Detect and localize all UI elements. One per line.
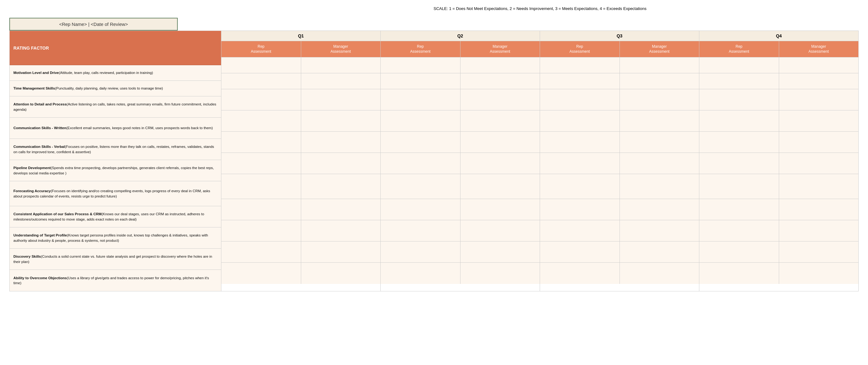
q2-manager-cell-11[interactable]	[461, 263, 540, 284]
quarter-block-q4: Q4 RepAssessment ManagerAssessment	[699, 31, 859, 292]
q3-manager-cell-2[interactable]	[620, 73, 699, 89]
q1-rep-cell-1[interactable]	[221, 57, 301, 73]
q4-manager-cell-11[interactable]	[779, 263, 859, 284]
q1-rep-cell-9[interactable]	[221, 220, 301, 241]
q1-manager-cell-7[interactable]	[301, 174, 381, 199]
q1-manager-cell-11[interactable]	[301, 263, 381, 284]
q4-manager-cell-3[interactable]	[779, 89, 859, 110]
q3-rep-cell-9[interactable]	[540, 220, 620, 241]
q2-manager-cell-7[interactable]	[461, 174, 540, 199]
q4-rep-cell-5[interactable]	[699, 132, 779, 153]
q1-rep-cell-6[interactable]	[221, 153, 301, 174]
q1-manager-cell-4[interactable]	[301, 111, 381, 131]
q4-rep-cell-4[interactable]	[699, 111, 779, 131]
q2-manager-cell-9[interactable]	[461, 220, 540, 241]
q4-manager-cell-2[interactable]	[779, 73, 859, 89]
q3-manager-cell-10[interactable]	[620, 241, 699, 262]
q2-rep-cell-9[interactable]	[381, 220, 461, 241]
q3-manager-cell-9[interactable]	[620, 220, 699, 241]
q2-manager-cell-1[interactable]	[461, 57, 540, 73]
q4-manager-cell-6[interactable]	[779, 153, 859, 174]
q4-rep-cell-11[interactable]	[699, 263, 779, 284]
q3-rep-cell-7[interactable]	[540, 174, 620, 199]
q3-data-row-11	[540, 263, 699, 284]
q4-rep-cell-7[interactable]	[699, 174, 779, 199]
q4-rep-cell-1[interactable]	[699, 57, 779, 73]
q1-manager-cell-10[interactable]	[301, 241, 381, 262]
q2-rep-cell-10[interactable]	[381, 241, 461, 262]
q1-manager-cell-1[interactable]	[301, 57, 381, 73]
q1-manager-cell-9[interactable]	[301, 220, 381, 241]
q2-rep-cell-6[interactable]	[381, 153, 461, 174]
q4-sub-headers: RepAssessment ManagerAssessment	[699, 41, 858, 57]
q4-manager-cell-7[interactable]	[779, 174, 859, 199]
q1-manager-cell-3[interactable]	[301, 89, 381, 110]
q3-data-row-10	[540, 241, 699, 263]
q2-rep-cell-1[interactable]	[381, 57, 461, 73]
q3-manager-cell-1[interactable]	[620, 57, 699, 73]
q3-rep-cell-10[interactable]	[540, 241, 620, 262]
q2-manager-cell-6[interactable]	[461, 153, 540, 174]
q1-data-row-6	[221, 153, 380, 174]
rep-name-box[interactable]: <Rep Name> | <Date of Review>	[9, 18, 178, 31]
q4-manager-cell-9[interactable]	[779, 220, 859, 241]
q1-data-row-1	[221, 57, 380, 73]
q2-manager-cell-10[interactable]	[461, 241, 540, 262]
q1-rep-cell-11[interactable]	[221, 263, 301, 284]
q1-rep-cell-2[interactable]	[221, 73, 301, 89]
q4-manager-cell-1[interactable]	[779, 57, 859, 73]
q3-data-row-7	[540, 174, 699, 199]
q4-manager-cell-4[interactable]	[779, 111, 859, 131]
q3-rep-cell-6[interactable]	[540, 153, 620, 174]
q4-rep-cell-10[interactable]	[699, 241, 779, 262]
q3-manager-cell-4[interactable]	[620, 111, 699, 131]
q3-rep-cell-5[interactable]	[540, 132, 620, 153]
q2-manager-cell-5[interactable]	[461, 132, 540, 153]
q2-manager-cell-8[interactable]	[461, 199, 540, 220]
q2-manager-cell-2[interactable]	[461, 73, 540, 89]
rating-row-text-8: Consistent Application of our Sales Proc…	[13, 212, 217, 221]
q1-rep-cell-8[interactable]	[221, 199, 301, 220]
q2-manager-cell-4[interactable]	[461, 111, 540, 131]
q4-rep-cell-9[interactable]	[699, 220, 779, 241]
q2-rep-cell-2[interactable]	[381, 73, 461, 89]
q1-rep-cell-5[interactable]	[221, 132, 301, 153]
q4-manager-cell-10[interactable]	[779, 241, 859, 262]
q3-rep-cell-8[interactable]	[540, 199, 620, 220]
q1-rep-cell-3[interactable]	[221, 89, 301, 110]
q4-manager-cell-5[interactable]	[779, 132, 859, 153]
q1-rep-cell-4[interactable]	[221, 111, 301, 131]
q3-rep-cell-1[interactable]	[540, 57, 620, 73]
q4-data-row-4	[699, 111, 858, 132]
q3-manager-cell-5[interactable]	[620, 132, 699, 153]
q3-manager-cell-7[interactable]	[620, 174, 699, 199]
q4-rep-cell-3[interactable]	[699, 89, 779, 110]
q1-manager-cell-2[interactable]	[301, 73, 381, 89]
q1-rep-cell-7[interactable]	[221, 174, 301, 199]
q1-manager-cell-6[interactable]	[301, 153, 381, 174]
q2-rep-cell-8[interactable]	[381, 199, 461, 220]
q3-manager-cell-6[interactable]	[620, 153, 699, 174]
q4-rep-cell-6[interactable]	[699, 153, 779, 174]
q2-rep-cell-11[interactable]	[381, 263, 461, 284]
q1-rep-cell-10[interactable]	[221, 241, 301, 262]
quarter-block-q3: Q3 RepAssessment ManagerAssessment	[540, 31, 699, 292]
q1-manager-cell-5[interactable]	[301, 132, 381, 153]
q3-manager-cell-8[interactable]	[620, 199, 699, 220]
q3-rep-header: RepAssessment	[540, 41, 620, 57]
q3-rep-cell-2[interactable]	[540, 73, 620, 89]
q3-rep-cell-3[interactable]	[540, 89, 620, 110]
q4-manager-cell-8[interactable]	[779, 199, 859, 220]
q3-manager-cell-11[interactable]	[620, 263, 699, 284]
q1-manager-cell-8[interactable]	[301, 199, 381, 220]
q2-rep-cell-4[interactable]	[381, 111, 461, 131]
q3-rep-cell-11[interactable]	[540, 263, 620, 284]
q2-manager-cell-3[interactable]	[461, 89, 540, 110]
q3-manager-cell-3[interactable]	[620, 89, 699, 110]
q2-rep-cell-7[interactable]	[381, 174, 461, 199]
q2-rep-cell-5[interactable]	[381, 132, 461, 153]
q2-rep-cell-3[interactable]	[381, 89, 461, 110]
q3-rep-cell-4[interactable]	[540, 111, 620, 131]
q4-rep-cell-2[interactable]	[699, 73, 779, 89]
q4-rep-cell-8[interactable]	[699, 199, 779, 220]
